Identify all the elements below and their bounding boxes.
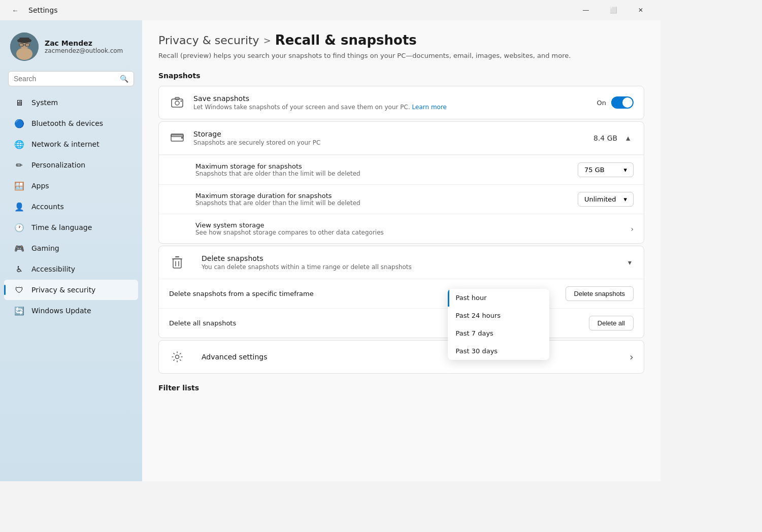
main-content: Privacy & security > Recall & snapshots …	[142, 20, 660, 481]
search-input[interactable]	[14, 75, 116, 83]
advanced-settings-row[interactable]: Advanced settings ›	[159, 341, 644, 373]
max-duration-title: Maximum storage duration for snapshots	[195, 192, 578, 200]
delete-snapshots-content: Delete snapshots You can delete snapshot…	[202, 254, 626, 271]
view-system-storage-desc: See how snapshot storage compares to oth…	[195, 229, 631, 236]
max-storage-content: Maximum storage for snapshots Snapshots …	[195, 162, 578, 177]
sidebar-item-windows-update-label: Windows Update	[31, 307, 91, 315]
sidebar-item-bluetooth[interactable]: 🔵 Bluetooth & devices	[4, 113, 138, 134]
toggle-state-label: On	[597, 99, 606, 107]
dropdown-item-past-7d[interactable]: Past 7 days	[448, 324, 549, 342]
view-system-storage-title: View system storage	[195, 221, 631, 229]
snapshots-section-title: Snapshots	[158, 72, 644, 80]
max-storage-dropdown[interactable]: 75 GB ▾	[578, 162, 634, 177]
sidebar-item-personalization[interactable]: ✏️ Personalization	[4, 155, 138, 175]
dropdown-item-past-24h[interactable]: Past 24 hours	[448, 307, 549, 324]
search-icon: 🔍	[120, 75, 128, 83]
accessibility-icon: ♿	[14, 264, 24, 274]
storage-value: 8.4 GB	[593, 134, 617, 142]
sidebar-item-time[interactable]: 🕐 Time & language	[4, 217, 138, 238]
sidebar-item-privacy[interactable]: 🛡 Privacy & security	[4, 280, 138, 300]
sidebar-item-accounts-label: Accounts	[31, 203, 64, 211]
sidebar-item-accounts[interactable]: 👤 Accounts	[4, 196, 138, 217]
chevron-down-icon: ▾	[623, 166, 627, 174]
delete-snapshots-desc: You can delete snapshots within a time r…	[202, 263, 626, 271]
user-email: zacmendez@outlook.com	[45, 47, 123, 54]
close-button[interactable]: ✕	[629, 2, 652, 18]
sidebar-item-windows-update[interactable]: 🔄 Windows Update	[4, 301, 138, 321]
sidebar-nav: 🖥 System 🔵 Bluetooth & devices 🌐 Network…	[0, 92, 142, 321]
personalization-icon: ✏️	[14, 160, 24, 170]
sidebar-item-bluetooth-label: Bluetooth & devices	[31, 119, 103, 127]
network-icon: 🌐	[14, 139, 24, 149]
max-duration-row: Maximum storage duration for snapshots S…	[159, 185, 644, 214]
accounts-icon: 👤	[14, 202, 24, 212]
delete-snapshots-header[interactable]: Delete snapshots You can delete snapshot…	[159, 246, 644, 279]
sidebar-item-personalization-label: Personalization	[31, 161, 85, 169]
save-snapshots-toggle[interactable]	[611, 96, 634, 109]
delete-icon	[169, 254, 185, 271]
max-storage-desc: Snapshots that are older than the limit …	[195, 170, 578, 177]
delete-expand-button[interactable]: ▾	[626, 256, 634, 269]
sidebar-item-apps[interactable]: 🪟 Apps	[4, 176, 138, 196]
sidebar-item-system-label: System	[31, 98, 58, 107]
user-profile[interactable]: Zac Mendez zacmendez@outlook.com	[0, 26, 142, 71]
windows-update-icon: 🔄	[14, 306, 24, 316]
max-storage-value: 75 GB	[584, 166, 605, 174]
gaming-icon: 🎮	[14, 243, 24, 253]
timeframe-dropdown-menu: Past hour Past 24 hours Past 7 days Past…	[448, 289, 549, 360]
filter-lists-section-title: Filter lists	[158, 384, 644, 392]
advanced-settings-content: Advanced settings	[202, 353, 630, 361]
dropdown-item-past-hour[interactable]: Past hour	[448, 289, 549, 307]
minimize-button[interactable]: —	[574, 2, 598, 18]
max-storage-title: Maximum storage for snapshots	[195, 162, 578, 170]
apps-icon: 🪟	[14, 181, 24, 191]
svg-point-21	[176, 355, 179, 359]
save-snapshots-title: Save snapshots	[193, 94, 597, 103]
svg-rect-16	[173, 259, 181, 268]
view-system-storage-chevron: ›	[631, 225, 634, 233]
back-button[interactable]: ←	[8, 3, 22, 17]
delete-snapshots-button[interactable]: Delete snapshots	[566, 286, 634, 301]
storage-expand-button[interactable]: ▲	[622, 132, 634, 144]
maximize-button[interactable]: ⬜	[602, 2, 625, 18]
search-bar[interactable]: 🔍	[8, 71, 134, 86]
save-snapshots-icon	[169, 94, 185, 111]
snapshots-card: Save snapshots Let Windows take snapshot…	[158, 86, 644, 119]
save-snapshots-row: Save snapshots Let Windows take snapshot…	[159, 86, 644, 119]
svg-rect-5	[19, 38, 29, 42]
view-system-storage-row[interactable]: View system storage See how snapshot sto…	[159, 214, 644, 243]
advanced-settings-title: Advanced settings	[202, 353, 630, 361]
sidebar-item-network[interactable]: 🌐 Network & internet	[4, 134, 138, 154]
sidebar-item-gaming-label: Gaming	[31, 244, 59, 252]
storage-desc: Snapshots are securely stored on your PC	[193, 139, 593, 146]
delete-snapshots-title: Delete snapshots	[202, 254, 626, 262]
storage-title: Storage	[193, 130, 593, 138]
system-icon: 🖥	[14, 97, 24, 108]
storage-right: 8.4 GB ▲	[593, 132, 634, 144]
delete-snapshots-card: Delete snapshots You can delete snapshot…	[158, 246, 644, 338]
breadcrumb: Privacy & security > Recall & snapshots	[158, 32, 644, 48]
privacy-icon: 🛡	[14, 285, 24, 295]
window-controls: — ⬜ ✕	[574, 2, 652, 18]
avatar	[10, 32, 39, 61]
delete-all-button[interactable]: Delete all	[589, 316, 634, 330]
save-snapshots-content: Save snapshots Let Windows take snapshot…	[193, 94, 597, 111]
breadcrumb-parent: Privacy & security	[158, 34, 259, 47]
dropdown-item-past-30d[interactable]: Past 30 days	[448, 342, 549, 360]
svg-rect-15	[181, 137, 183, 139]
breadcrumb-current: Recall & snapshots	[275, 32, 417, 48]
sidebar-item-system[interactable]: 🖥 System	[4, 92, 138, 113]
storage-row[interactable]: Storage Snapshots are securely stored on…	[159, 122, 644, 155]
svg-rect-9	[172, 99, 183, 107]
view-system-storage-content: View system storage See how snapshot sto…	[195, 221, 631, 236]
learn-more-link[interactable]: Learn more	[412, 104, 447, 111]
max-storage-right: 75 GB ▾	[578, 162, 634, 177]
max-duration-desc: Snapshots that are older than the limit …	[195, 200, 578, 207]
max-duration-dropdown[interactable]: Unlimited ▾	[578, 192, 634, 207]
sidebar-item-apps-label: Apps	[31, 182, 49, 190]
svg-point-12	[181, 101, 182, 102]
sidebar-item-gaming[interactable]: 🎮 Gaming	[4, 238, 138, 258]
sidebar-item-accessibility[interactable]: ♿ Accessibility	[4, 259, 138, 279]
storage-content: Storage Snapshots are securely stored on…	[193, 130, 593, 146]
breadcrumb-separator: >	[263, 35, 271, 46]
